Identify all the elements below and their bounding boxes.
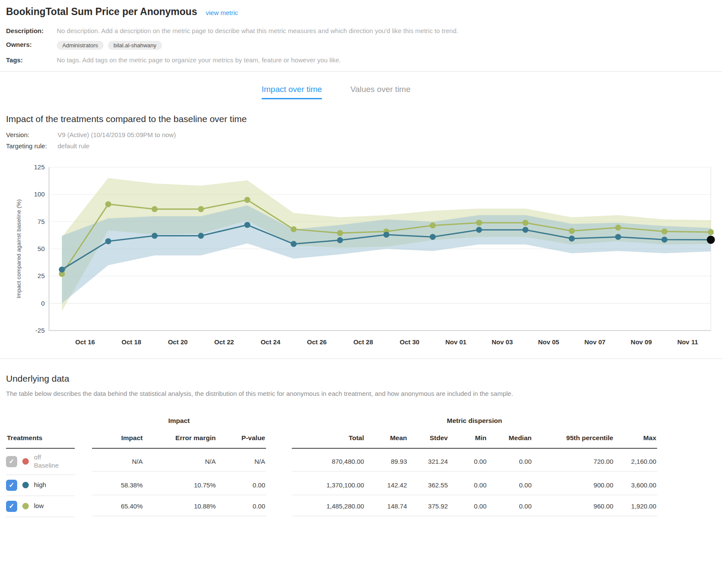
high-point[interactable] [383,232,389,238]
impact-value-cell: 10.88% [144,496,217,516]
high-point[interactable] [476,227,482,233]
y-tick-label: 25 [37,272,45,279]
view-metric-link[interactable]: view metric [206,9,238,16]
version-row: Version: V9 (Active) (10/14/2019 05:09PM… [6,131,716,138]
version-value: V9 (Active) (10/14/2019 05:09PM to now) [58,131,176,138]
dispersion-value-cell: 0.00 [487,475,532,495]
low-point[interactable] [708,229,714,235]
checkmark-icon: ✓ [9,481,14,489]
dispersion-value-cell: 1,485,280.00 [292,496,365,516]
treatment-checkbox-off: ✓ [6,456,17,467]
high-point[interactable] [59,266,65,273]
low-point[interactable] [523,220,529,226]
low-point[interactable] [430,223,436,229]
x-tick-label: Oct 28 [353,338,373,346]
dispersion-value-cell: 1,920.00 [614,496,657,516]
description-row: Description: No description. Add a descr… [6,27,716,34]
dispersion-value-cell: 148.74 [365,496,408,516]
owner-chip[interactable]: bilal.al-shahwany [108,41,162,50]
high-point[interactable] [152,233,158,239]
version-label: Version: [6,131,58,138]
high-point[interactable] [291,241,297,247]
low-point[interactable] [198,206,204,212]
dispersion-value-cell: 362.55 [408,475,449,495]
treatment-checkbox-low[interactable]: ✓ [6,501,17,512]
y-axis-title: Impact compared against baseline (%) [15,199,22,298]
high-point[interactable] [430,234,436,240]
low-point[interactable] [152,206,158,212]
treatment-label-low: low [34,502,44,510]
x-tick-label: Nov 05 [538,338,559,346]
dispersion-value-cell: 720.00 [532,452,614,472]
low-point[interactable] [244,197,250,203]
low-point[interactable] [105,201,111,207]
x-tick-label: Nov 11 [677,338,698,346]
treatment-cell-low: ✓low [6,496,75,517]
y-tick-label: -25 [35,327,45,334]
dispersion-value-cell: 0.00 [449,452,487,472]
x-tick-label: Nov 07 [584,338,606,346]
high-point[interactable] [569,236,575,242]
low-point[interactable] [476,220,482,226]
impact-value-cell: 0.00 [217,475,266,495]
chart-divider [0,358,722,359]
dispersion-column-header-3: Min [449,431,487,448]
low-point[interactable] [615,225,621,231]
impact-value-cell: 10.75% [144,475,217,495]
tags-row: Tags: No tags. Add tags on the metric pa… [6,56,716,64]
high-point[interactable] [337,237,343,243]
impact-column-header-2: P-value [217,431,266,448]
impact-over-time-chart[interactable]: 1251007550250-25Impact compared against … [6,161,716,351]
tab-values-over-time[interactable]: Values over time [350,85,410,99]
low-point[interactable] [661,228,667,234]
impact-value-cell: 65.40% [92,496,144,516]
low-point[interactable] [337,230,343,236]
low-point[interactable] [569,228,575,234]
treatment-color-dot-off [22,458,29,465]
page-title: BookingTotal Sum Price per Anonymous [6,6,197,18]
y-tick-label: 125 [34,163,45,171]
checkmark-icon: ✓ [9,457,14,466]
treatment-cell-high: ✓high [6,475,75,496]
x-tick-label: Oct 24 [260,338,281,346]
dispersion-value-cell: 0.00 [449,496,487,516]
high-point[interactable] [244,222,250,228]
high-point[interactable] [105,238,111,244]
metric-meta: Description: No description. Add a descr… [6,27,716,64]
x-tick-label: Oct 30 [400,338,419,346]
dispersion-column-header-5: 95th percentile [532,431,614,448]
dispersion-value-cell: 0.00 [487,496,532,516]
impact-header-rule [92,448,266,449]
header-divider [0,71,722,72]
y-tick-label: 50 [37,245,45,252]
high-point[interactable] [198,233,204,239]
owner-chip[interactable]: Administrators [57,41,104,50]
impact-value-cell: 58.38% [92,475,144,495]
x-tick-label: Nov 09 [631,338,652,346]
tags-label: Tags: [6,56,57,64]
latest-point-marker[interactable] [707,236,715,244]
treatment-cell-off: ✓offBaseline [6,449,75,475]
dispersion-value-cell: 900.00 [532,475,614,495]
dispersion-value-cell: 321.24 [408,452,449,472]
owners-row: Owners: Administratorsbilal.al-shahwany [6,41,716,50]
treatment-checkbox-high[interactable]: ✓ [6,480,17,491]
dispersion-value-cell: 960.00 [532,496,614,516]
x-tick-label: Oct 18 [122,338,141,346]
impact-column-header-0: Impact [92,431,144,448]
high-point[interactable] [523,227,529,233]
high-point[interactable] [661,236,667,242]
high-point[interactable] [615,234,621,240]
low-point[interactable] [291,226,297,232]
treatment-label-high: high [34,481,46,489]
dispersion-value-cell: 870,480.00 [292,452,365,472]
dispersion-value-cell: 89.93 [365,452,408,472]
impact-column-header-1: Error margin [144,431,217,448]
impact-value-cell: N/A [217,452,266,472]
owner-chips: Administratorsbilal.al-shahwany [57,41,162,50]
y-tick-label: 0 [41,300,45,307]
metric-details-page: BookingTotal Sum Price per Anonymous vie… [0,0,722,517]
tab-impact-over-time[interactable]: Impact over time [262,85,322,99]
dispersion-column-header-6: Max [614,431,657,448]
targeting-rule-label: Targeting rule: [6,142,58,150]
